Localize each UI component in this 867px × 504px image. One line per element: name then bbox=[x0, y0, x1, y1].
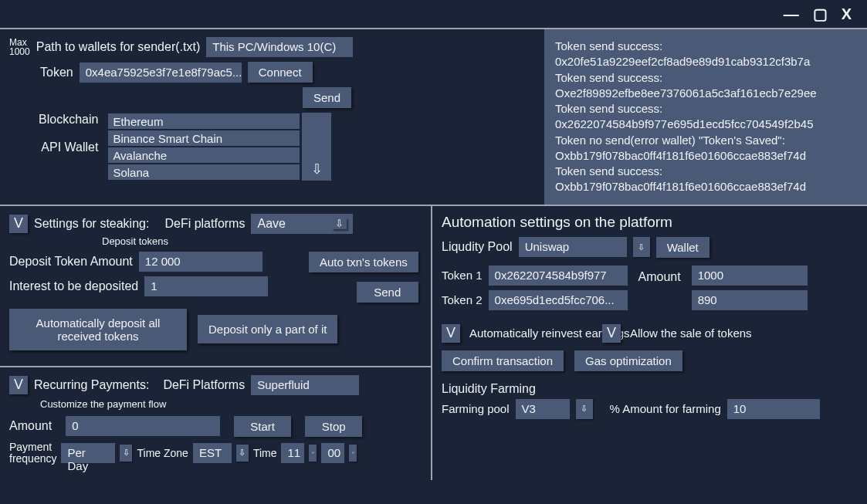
log-line: Token send success: bbox=[555, 101, 856, 117]
recurring-amount-input[interactable]: 0 bbox=[66, 416, 220, 436]
token1-label: Token 1 bbox=[442, 269, 483, 282]
log-line: 0x2622074584b9f977e695d1ecd5fcc704549f2b… bbox=[555, 117, 856, 132]
stepper-icon[interactable]: ◦ bbox=[349, 445, 357, 462]
start-button[interactable]: Start bbox=[234, 416, 291, 437]
log-line: Oxbb179f078bac0ff4f181f6e01606ccae883ef7… bbox=[555, 179, 856, 194]
customize-label: Customize the payment flow bbox=[40, 398, 422, 410]
farming-pool-select[interactable]: V3 bbox=[516, 399, 570, 419]
deposit-all-button[interactable]: Automatically deposit all received token… bbox=[9, 309, 187, 350]
log-line: Token send success: bbox=[555, 39, 856, 54]
path-label: Path to wallets for sender(.txt) bbox=[36, 40, 201, 54]
blockchain-listbox[interactable]: Ethereum Binance Smart Chain Avalanche S… bbox=[107, 113, 300, 181]
stepper-icon[interactable]: ◦ bbox=[309, 445, 317, 462]
defi-platforms-label: DeFi platforms bbox=[164, 217, 245, 231]
blockchain-label: Blockchain bbox=[39, 113, 98, 127]
deposit-amount-input[interactable]: 12 000 bbox=[139, 252, 262, 272]
recurring-title: Recurring Payments: bbox=[34, 378, 149, 392]
reinvest-checkbox[interactable]: V bbox=[442, 324, 460, 343]
reinvest-label: Automatically reinvest earnings bbox=[469, 326, 593, 340]
recurring-defi-select[interactable]: Superfluid bbox=[251, 375, 359, 395]
automation-title: Automation settings on the platform bbox=[442, 214, 858, 231]
send-button[interactable]: Send bbox=[303, 87, 351, 108]
api-wallet-label: API Wallet bbox=[41, 140, 98, 154]
staking-title: Settings for steaking: bbox=[34, 217, 149, 231]
chevron-down-icon[interactable]: ⇩ bbox=[332, 218, 347, 229]
log-line: Oxbb179f078bac0ff4f181f6e01606ccae883ef7… bbox=[555, 148, 856, 164]
chevron-down-icon[interactable]: ⇩ bbox=[576, 399, 593, 419]
staking-send-button[interactable]: Send bbox=[357, 282, 418, 303]
amount1-input[interactable]: 1000 bbox=[692, 266, 808, 286]
stop-button[interactable]: Stop bbox=[305, 416, 362, 437]
path-input[interactable]: This PC/Windows 10(C) bbox=[206, 37, 353, 57]
chevron-down-icon[interactable] bbox=[302, 113, 331, 181]
timezone-select[interactable]: EST bbox=[193, 443, 232, 463]
deposit-amount-label: Deposit Token Amount bbox=[9, 255, 133, 269]
recurring-defi-label: DeFi Platforms bbox=[163, 378, 245, 392]
interest-label: Interest to be deposited bbox=[9, 279, 138, 293]
frequency-label: Payment frequency bbox=[9, 441, 56, 465]
token2-label: Token 2 bbox=[442, 293, 483, 306]
time-hour-input[interactable]: 11 bbox=[281, 443, 304, 463]
auto-txn-button[interactable]: Auto txn's tokens bbox=[309, 252, 418, 272]
farming-pool-label: Farming pool bbox=[442, 402, 510, 415]
deposit-tokens-label: Deposit tokens bbox=[102, 235, 422, 247]
chevron-down-icon[interactable]: ⇩ bbox=[236, 445, 249, 462]
frequency-select[interactable]: Per Day bbox=[61, 443, 115, 463]
staking-panel: V Settings for steaking: DeFi platforms … bbox=[0, 205, 431, 366]
time-label: Time bbox=[253, 447, 277, 459]
liquidity-pool-label: Liqudity Pool bbox=[442, 240, 513, 254]
log-line: Token send success: bbox=[555, 70, 856, 86]
recurring-amount-label: Amount bbox=[9, 419, 52, 433]
allow-sale-checkbox[interactable]: V bbox=[602, 324, 621, 343]
sender-panel: Max 1000 Path to wallets for sender(.txt… bbox=[0, 29, 544, 205]
close-button[interactable]: X bbox=[842, 5, 852, 23]
window-titlebar: — ▢ X bbox=[0, 0, 867, 28]
timezone-label: Time Zone bbox=[137, 447, 188, 459]
gas-optimization-button[interactable]: Gas optimization bbox=[574, 350, 682, 371]
wallet-button[interactable]: Wallet bbox=[656, 237, 710, 258]
chain-option[interactable]: Ethereum bbox=[107, 113, 300, 130]
recurring-checkbox[interactable]: V bbox=[9, 376, 28, 394]
chain-option[interactable]: Avalanche bbox=[107, 147, 300, 164]
chevron-down-icon[interactable]: ⇩ bbox=[633, 237, 650, 257]
liquidity-farming-title: Liquidity Farming bbox=[442, 382, 858, 396]
token1-input[interactable]: 0x2622074584b9f977 bbox=[489, 266, 628, 286]
log-panel: Token send success: 0x20fe51a9229eef2cf8… bbox=[544, 29, 867, 205]
time-minute-input[interactable]: 00 bbox=[321, 443, 344, 463]
deposit-part-button[interactable]: Deposit only a part of it bbox=[198, 315, 337, 343]
confirm-transaction-button[interactable]: Confirm transaction bbox=[442, 350, 564, 371]
log-line: Token send success: bbox=[555, 164, 856, 179]
max-label: Max 1000 bbox=[9, 38, 30, 56]
maximize-button[interactable]: ▢ bbox=[813, 5, 828, 23]
token-input[interactable]: 0x4ea75925e3f7e1e8f79ac5... bbox=[80, 63, 242, 83]
token-label: Token bbox=[40, 66, 73, 79]
chain-option[interactable]: Binance Smart Chain bbox=[107, 130, 300, 147]
log-line: 0x20fe51a9229eef2cf8ad9e89d91cab9312cf3b… bbox=[555, 54, 856, 69]
interest-input[interactable]: 1 bbox=[144, 276, 268, 296]
log-line: Token no send(error wallet) "Token's Sav… bbox=[555, 133, 856, 148]
recurring-panel: V Recurring Payments: DeFi Platforms Sup… bbox=[0, 366, 431, 481]
allow-sale-label: Allow the sale of tokens bbox=[630, 326, 738, 340]
chevron-down-icon[interactable]: ⇩ bbox=[120, 445, 132, 462]
amount-label: Amount bbox=[638, 270, 681, 284]
pct-farming-input[interactable]: 10 bbox=[727, 399, 820, 419]
staking-checkbox[interactable]: V bbox=[9, 215, 28, 233]
connect-button[interactable]: Connect bbox=[248, 62, 313, 83]
pct-farming-label: % Amount for farming bbox=[610, 402, 721, 415]
defi-platform-select[interactable]: Aave ⇩ bbox=[251, 214, 352, 234]
minimize-button[interactable]: — bbox=[784, 5, 799, 23]
amount2-input[interactable]: 890 bbox=[692, 290, 808, 310]
defi-platform-value: Aave bbox=[257, 217, 285, 231]
token2-input[interactable]: 0xe695d1ecd5fcc706... bbox=[489, 290, 628, 310]
log-line: Oxe2f89892efbe8ee7376061a5c3af161ecb7e29… bbox=[555, 86, 856, 101]
liquidity-pool-select[interactable]: Uniswap bbox=[519, 237, 627, 257]
chain-option[interactable]: Solana bbox=[107, 164, 300, 181]
automation-panel: Automation settings on the platform Liqu… bbox=[432, 205, 867, 481]
